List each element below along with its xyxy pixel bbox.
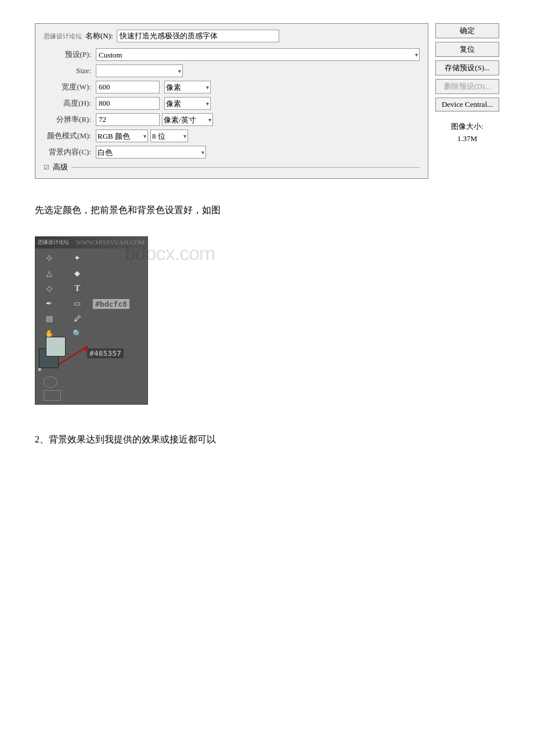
save-preset-button[interactable]: 存储预设(S)... [435,60,499,75]
color-mode-select-wrapper: RGB 颜色 [96,129,148,142]
image-size-value: 1.37M [435,133,499,145]
screen-mode-icon[interactable] [44,390,61,401]
fg-color-swatch[interactable] [46,337,66,357]
eraser-tool-icon[interactable]: ◆ [74,269,80,278]
history-tool-icon[interactable]: ▤ [46,314,53,323]
tool-row-2: △ ◆ [35,266,92,281]
resolution-unit-select[interactable]: 像素/英寸 [162,113,213,126]
width-unit-wrapper: 像素 [162,81,211,93]
preset-select-wrapper: Custom [96,48,420,61]
toolbox-section: bdocx.com 思缘设计论坛 WWW.MISSVUAN.COM ⊹ ✦ △ … [35,236,148,405]
new-document-dialog: 思缘设计论坛 名称(N): 预设(P): Custom Size: 宽度 [35,23,499,179]
size-select[interactable] [96,64,183,77]
quick-mask-icon[interactable] [44,376,57,388]
height-row: 高度(H): 像素 [44,97,420,110]
color-mode-group: RGB 颜色 8 位 [96,129,188,142]
device-central-button[interactable]: Device Central... [435,98,499,111]
bg-color-label: #465357 [87,348,124,358]
resolution-input[interactable] [96,113,160,126]
body-text-2: 2、背景效果达到我提供的效果或接近都可以 [35,434,499,446]
paint-bucket-icon[interactable]: ◇ [46,284,52,293]
bg-content-label: 背景内容(C): [44,147,96,157]
preset-label: 预设(P): [44,49,96,60]
size-select-wrapper [96,64,183,77]
resolution-label: 分辨率(R): [44,114,96,125]
bg-select[interactable]: 白色 [96,146,206,159]
type-tool-icon[interactable]: T [74,283,80,293]
dialog-main-panel: 思缘设计论坛 名称(N): 预设(P): Custom Size: 宽度 [35,23,428,179]
tool-row-5: ▤ 🖉 [35,311,92,326]
toolbox-header: 思缘设计论坛 WWW.MISSVUAN.COM [35,237,147,249]
preset-select[interactable]: Custom [96,48,420,61]
toolbox-watermark-text: WWW.MISSVUAN.COM [76,239,145,246]
image-size-title: 图像大小: [435,121,499,133]
rect-select-icon[interactable]: ▭ [74,299,81,308]
tool-row-3: ◇ T [35,281,92,296]
size-row: Size: [44,64,420,77]
dialog-name-label: 名称(N): [85,31,113,41]
color-bits-select-wrapper: 8 位 [150,129,188,142]
width-input[interactable] [96,81,160,93]
toolbox-header-text: 思缘设计论坛 [38,239,69,246]
preset-row: 预设(P): Custom [44,48,420,61]
dialog-title-input[interactable] [117,30,279,42]
brush-tool-icon[interactable]: △ [46,269,52,278]
reset-button[interactable]: 复位 [435,42,499,57]
advanced-label[interactable]: 高级 [53,162,68,172]
color-mode-label: 颜色模式(M): [44,131,96,141]
resolution-unit-wrapper: 像素/英寸 [162,113,213,126]
resolution-row: 分辨率(R): 像素/英寸 [44,113,420,126]
color-bits-select[interactable]: 8 位 [150,129,188,142]
dialog-buttons-panel: 确定 复位 存储预设(S)... 删除预设(D)... Device Centr… [435,23,499,179]
pen-tool-icon[interactable]: ✒ [46,299,52,308]
tool-row-1: ⊹ ✦ [35,251,92,266]
width-unit-select[interactable]: 像素 [164,81,211,93]
lasso-tool-icon[interactable]: ✦ [74,253,81,263]
image-size-info: 图像大小: 1.37M [435,121,499,145]
delete-preset-button[interactable]: 删除预设(D)... [435,79,499,94]
dialog-title-bar: 思缘设计论坛 名称(N): [44,30,420,42]
advanced-divider [71,167,420,168]
zoom-tool-icon[interactable]: 🔍 [73,329,82,339]
bg-content-row: 背景内容(C): 白色 [44,146,420,159]
height-unit-select[interactable]: 像素 [164,97,211,110]
tool-row-4: ✒ ▭ [35,296,92,311]
advanced-row: ☑ 高级 [44,162,420,172]
height-label: 高度(H): [44,98,96,109]
ok-button[interactable]: 确定 [435,23,499,38]
height-unit-wrapper: 像素 [162,97,211,110]
width-row: 宽度(W): 像素 [44,81,420,93]
width-label: 宽度(W): [44,82,96,92]
fg-color-label: #bdcfc8 [93,299,129,309]
move-tool-icon[interactable]: ⊹ [46,253,53,263]
size-label: Size: [44,66,96,75]
height-input[interactable] [96,97,160,110]
bg-select-wrapper: 白色 [96,146,206,159]
dialog-watermark: 思缘设计论坛 [44,32,82,41]
eyedropper-icon[interactable]: 🖉 [74,314,81,323]
toolbox-image: 思缘设计论坛 WWW.MISSVUAN.COM ⊹ ✦ △ ◆ ◇ [35,236,148,405]
color-mode-row: 颜色模式(M): RGB 颜色 8 位 [44,129,420,142]
advanced-expand-icon[interactable]: ☑ [44,164,49,171]
body-text-1: 先选定颜色，把前景色和背景色设置好，如图 [35,202,499,219]
color-mode-select[interactable]: RGB 颜色 [96,129,148,142]
